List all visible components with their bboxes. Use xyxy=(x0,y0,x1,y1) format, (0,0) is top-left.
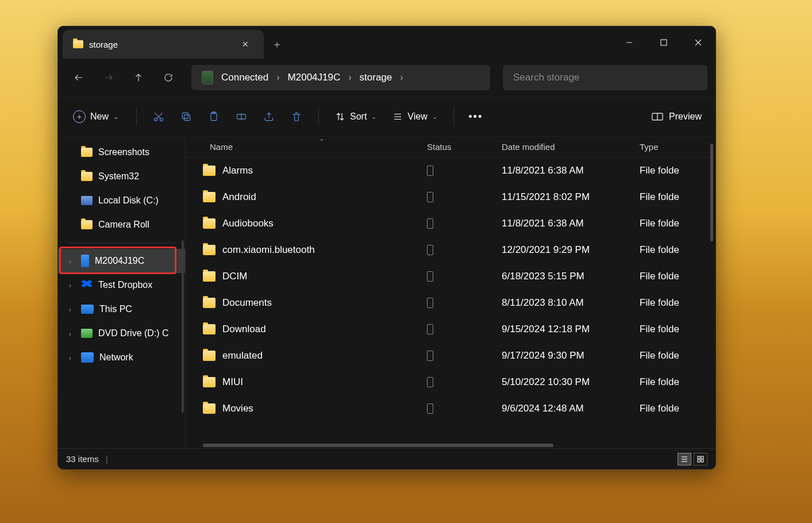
sidebar-item-local-disk-c-[interactable]: Local Disk (C:) xyxy=(58,189,185,213)
rename-button[interactable] xyxy=(230,105,253,128)
new-button[interactable]: + New ⌄ xyxy=(66,107,126,126)
table-row[interactable]: Documents8/11/2023 8:10 AMFile folde xyxy=(186,290,715,316)
share-button[interactable] xyxy=(257,105,280,128)
phone-icon xyxy=(81,255,89,267)
chevron-down-icon: ⌄ xyxy=(371,113,376,121)
file-date: 8/11/2023 8:10 AM xyxy=(502,297,640,309)
file-name: Audiobooks xyxy=(222,218,274,229)
sidebar-item-system32[interactable]: System32 xyxy=(58,164,185,189)
paste-button[interactable] xyxy=(202,105,225,128)
back-button[interactable] xyxy=(66,65,91,90)
cut-button[interactable] xyxy=(147,105,170,128)
thumbnails-view-button[interactable] xyxy=(694,453,707,466)
breadcrumb-folder[interactable]: storage xyxy=(360,72,392,83)
expand-chevron-icon[interactable]: › xyxy=(65,281,75,290)
net-icon xyxy=(81,352,94,363)
explorer-window: storage ✕ ＋ Connected › M2004J19C › stor… xyxy=(57,26,716,470)
table-row[interactable]: Movies9/6/2024 12:48 AMFile folde xyxy=(186,395,715,422)
scrollbar[interactable] xyxy=(182,240,184,413)
tab-storage[interactable]: storage ✕ xyxy=(63,30,264,59)
column-header-status[interactable]: Status xyxy=(427,142,502,152)
folder-icon xyxy=(203,166,215,176)
close-button[interactable] xyxy=(681,26,715,59)
phone-status-icon xyxy=(427,245,433,255)
sidebar-item-m2004j19c[interactable]: ›M2004J19C xyxy=(58,249,185,273)
copy-button[interactable] xyxy=(175,105,198,128)
sort-button[interactable]: Sort ⌄ xyxy=(329,108,382,125)
file-name: Documents xyxy=(222,297,272,309)
expand-chevron-icon[interactable]: › xyxy=(65,257,75,266)
delete-button[interactable] xyxy=(285,105,308,128)
sidebar-item-label: Test Dropbox xyxy=(98,280,152,290)
table-row[interactable]: DCIM6/18/2023 5:15 PMFile folde xyxy=(186,263,715,290)
phone-status-icon xyxy=(427,377,433,387)
column-header-type[interactable]: Type xyxy=(640,142,715,152)
chevron-down-icon: ⌄ xyxy=(432,113,437,121)
sidebar-item-dvd-drive-d-c[interactable]: ›DVD Drive (D:) C xyxy=(58,321,185,345)
up-button[interactable] xyxy=(126,65,151,90)
sort-label: Sort xyxy=(350,111,367,122)
svg-rect-11 xyxy=(184,115,190,121)
expand-chevron-icon[interactable]: › xyxy=(65,329,75,338)
file-date: 12/20/2021 9:29 PM xyxy=(502,244,640,256)
breadcrumb-device[interactable]: M2004J19C xyxy=(288,72,341,83)
chevron-right-icon[interactable]: › xyxy=(348,72,351,83)
file-name: Movies xyxy=(222,403,253,414)
sidebar-item-test-dropbox[interactable]: ›Test Dropbox xyxy=(58,273,185,297)
table-row[interactable]: MIUI5/10/2022 10:30 PMFile folde xyxy=(186,369,715,395)
file-type: File folde xyxy=(640,244,715,256)
file-type: File folde xyxy=(640,218,715,229)
vertical-scrollbar[interactable] xyxy=(710,144,713,241)
preview-label: Preview xyxy=(669,111,702,122)
column-header-name[interactable]: Name xyxy=(186,142,427,152)
maximize-button[interactable] xyxy=(646,26,681,59)
chevron-right-icon[interactable]: › xyxy=(400,72,403,83)
refresh-button[interactable] xyxy=(156,65,181,90)
titlebar: storage ✕ ＋ xyxy=(58,26,715,59)
view-button[interactable]: View ⌄ xyxy=(387,108,442,125)
details-view-button[interactable] xyxy=(678,453,691,466)
phone-status-icon xyxy=(427,403,433,414)
table-row[interactable]: emulated9/17/2024 9:30 PMFile folde xyxy=(186,343,715,369)
pc-icon xyxy=(81,305,94,314)
new-tab-button[interactable]: ＋ xyxy=(264,30,290,59)
file-date: 11/8/2021 6:38 AM xyxy=(502,165,640,176)
breadcrumb-root[interactable]: Connected xyxy=(221,72,268,83)
forward-button[interactable] xyxy=(96,65,121,90)
status-separator: | xyxy=(106,454,108,464)
tab-close-icon[interactable]: ✕ xyxy=(237,40,253,49)
expand-chevron-icon[interactable]: › xyxy=(65,353,75,362)
table-row[interactable]: com.xiaomi.bluetooth12/20/2021 9:29 PMFi… xyxy=(186,237,715,263)
minimize-button[interactable] xyxy=(612,26,646,59)
chevron-right-icon[interactable]: › xyxy=(276,72,279,83)
file-date: 6/18/2023 5:15 PM xyxy=(502,271,640,282)
table-row[interactable]: Android11/15/2021 8:02 PMFile folde xyxy=(186,184,715,210)
preview-pane-button[interactable]: Preview xyxy=(646,108,707,125)
divider xyxy=(136,107,137,126)
column-header-date[interactable]: Date modified xyxy=(502,142,640,152)
phone-status-icon xyxy=(427,271,433,282)
plus-circle-icon: + xyxy=(73,110,86,123)
table-row[interactable]: Audiobooks11/8/2021 6:38 AMFile folde xyxy=(186,210,715,237)
file-date: 11/15/2021 8:02 PM xyxy=(502,191,640,203)
table-row[interactable]: Download9/15/2024 12:18 PMFile folde xyxy=(186,316,715,343)
file-type: File folde xyxy=(640,191,715,203)
breadcrumb[interactable]: Connected › M2004J19C › storage › xyxy=(191,65,490,90)
dvd-icon xyxy=(81,329,93,338)
folder-icon xyxy=(203,298,215,308)
file-type: File folde xyxy=(640,271,715,282)
table-row[interactable]: Alarms11/8/2021 6:38 AMFile folde xyxy=(186,157,715,184)
expand-chevron-icon[interactable]: › xyxy=(65,305,75,314)
sidebar-item-camera-roll[interactable]: Camera Roll xyxy=(58,213,185,237)
sidebar-item-screenshots[interactable]: Screenshots xyxy=(58,140,185,164)
more-button[interactable]: ••• xyxy=(464,111,487,123)
horizontal-scrollbar[interactable] xyxy=(203,444,704,448)
folder-icon xyxy=(73,40,83,48)
status-item-count: 33 items xyxy=(66,454,99,464)
file-type: File folde xyxy=(640,324,715,335)
search-input[interactable] xyxy=(503,65,707,90)
file-name: DCIM xyxy=(222,271,247,282)
column-headers: Name Status Date modified Type xyxy=(186,137,715,157)
sidebar-item-network[interactable]: ›Network xyxy=(58,345,185,370)
sidebar-item-this-pc[interactable]: ›This PC xyxy=(58,297,185,321)
